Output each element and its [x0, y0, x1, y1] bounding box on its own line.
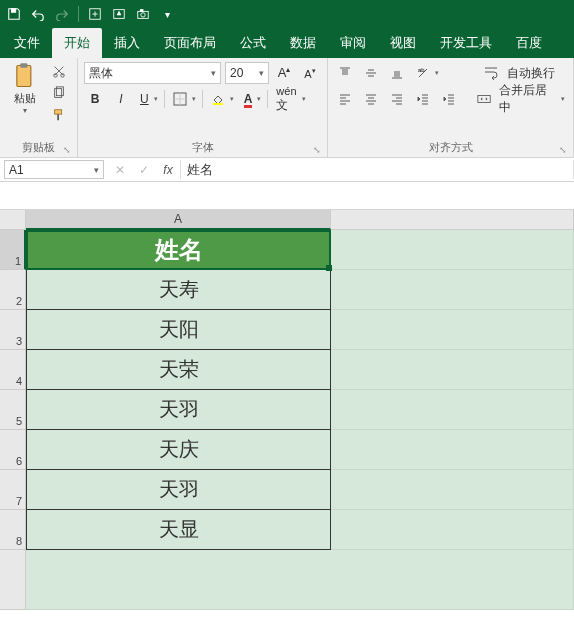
separator [164, 90, 165, 108]
merge-center-button[interactable]: 合并后居中 ▾ [470, 88, 567, 110]
empty-cell[interactable] [331, 430, 574, 470]
row-header-3[interactable]: 3 [0, 310, 26, 350]
svg-rect-8 [20, 63, 27, 68]
table-cell[interactable]: 天羽 [26, 470, 331, 510]
column-headers-rest[interactable] [331, 210, 574, 230]
tab-data[interactable]: 数据 [278, 28, 328, 58]
align-center-button[interactable] [360, 88, 382, 110]
align-top-button[interactable] [334, 62, 356, 84]
ribbon: 粘贴 ▾ 剪贴板⤡ 黑体▾ 20▾ A▴ A▾ B I U▾ [0, 58, 574, 158]
row-header-blank[interactable] [0, 550, 26, 610]
select-all-corner[interactable] [0, 210, 26, 230]
enter-formula-button[interactable]: ✓ [132, 158, 156, 181]
row-header-2[interactable]: 2 [0, 270, 26, 310]
table-cell[interactable]: 天庆 [26, 430, 331, 470]
table-cell[interactable]: 天阳 [26, 310, 331, 350]
chevron-down-icon: ▾ [211, 68, 216, 78]
decrease-indent-button[interactable] [412, 88, 434, 110]
chevron-down-icon: ▾ [259, 68, 264, 78]
qat-icon-1[interactable] [87, 6, 103, 22]
font-color-button[interactable]: A▾ [240, 88, 264, 110]
tab-formulas[interactable]: 公式 [228, 28, 278, 58]
italic-button[interactable]: I [110, 88, 132, 110]
undo-icon[interactable] [30, 6, 46, 22]
tab-review[interactable]: 审阅 [328, 28, 378, 58]
qat-separator [78, 6, 79, 22]
font-size-combo[interactable]: 20▾ [225, 62, 269, 84]
tab-baidu[interactable]: 百度 [504, 28, 554, 58]
phonetic-button[interactable]: wén文▾ [272, 88, 307, 110]
align-middle-button[interactable] [360, 62, 382, 84]
svg-rect-6 [140, 10, 143, 12]
borders-button[interactable]: ▾ [169, 88, 198, 110]
chevron-down-icon: ▾ [94, 165, 99, 175]
cancel-formula-button[interactable]: ✕ [108, 158, 132, 181]
empty-cell[interactable] [331, 470, 574, 510]
save-icon[interactable] [6, 6, 22, 22]
row-header-8[interactable]: 8 [0, 510, 26, 550]
align-group-label: 对齐方式⤡ [334, 138, 567, 155]
empty-cell[interactable] [331, 270, 574, 310]
qat-customize-icon[interactable]: ▾ [159, 6, 175, 22]
table-cell[interactable]: 天羽 [26, 390, 331, 430]
fill-color-button[interactable]: ▾ [207, 88, 236, 110]
svg-rect-0 [11, 9, 15, 13]
camera-icon[interactable] [135, 6, 151, 22]
empty-cell[interactable] [331, 390, 574, 430]
bold-button[interactable]: B [84, 88, 106, 110]
row-header-1[interactable]: 1 [0, 230, 26, 270]
table-cell[interactable]: 天荣 [26, 350, 331, 390]
svg-rect-17 [478, 95, 490, 102]
increase-font-button[interactable]: A▴ [273, 62, 295, 84]
increase-indent-button[interactable] [438, 88, 460, 110]
align-left-button[interactable] [334, 88, 356, 110]
empty-cell[interactable] [331, 510, 574, 550]
align-bottom-button[interactable] [386, 62, 408, 84]
table-cell[interactable]: 天寿 [26, 270, 331, 310]
row-header-4[interactable]: 4 [0, 350, 26, 390]
empty-area[interactable] [26, 550, 574, 610]
ribbon-tabs: 文件 开始 插入 页面布局 公式 数据 审阅 视图 开发工具 百度 [0, 28, 574, 58]
group-font: 黑体▾ 20▾ A▴ A▾ B I U▾ ▾ ▾ A▾ wén文▾ 字体⤡ [78, 58, 328, 157]
row-header-6[interactable]: 6 [0, 430, 26, 470]
decrease-font-button[interactable]: A▾ [299, 62, 321, 84]
name-box[interactable]: A1▾ [4, 160, 104, 179]
tab-developer[interactable]: 开发工具 [428, 28, 504, 58]
fx-button[interactable]: fx [156, 158, 180, 181]
font-launcher[interactable]: ⤡ [313, 145, 321, 155]
align-launcher[interactable]: ⤡ [559, 145, 567, 155]
svg-rect-13 [55, 110, 62, 114]
empty-cell[interactable] [331, 350, 574, 390]
wrap-text-button[interactable]: 自动换行 [470, 62, 567, 84]
group-alignment: ab▾ 自动换行 合并后居中 ▾ [328, 58, 574, 157]
paste-button[interactable]: 粘贴 ▾ [6, 62, 43, 115]
chevron-down-icon: ▾ [23, 106, 27, 115]
worksheet-grid[interactable]: A 1姓名2天寿3天阳4天荣5天羽6天庆7天羽8天显 [0, 210, 574, 610]
clipboard-launcher[interactable]: ⤡ [63, 145, 71, 155]
table-header-cell[interactable]: 姓名 [26, 230, 331, 270]
redo-icon[interactable] [54, 6, 70, 22]
font-name-combo[interactable]: 黑体▾ [84, 62, 221, 84]
copy-button[interactable] [47, 84, 71, 102]
underline-button[interactable]: U▾ [136, 88, 160, 110]
formula-bar: A1▾ ✕ ✓ fx 姓名 [0, 158, 574, 182]
align-right-button[interactable] [386, 88, 408, 110]
orientation-button[interactable]: ab▾ [412, 62, 441, 84]
empty-cell[interactable] [331, 230, 574, 270]
tab-file[interactable]: 文件 [2, 28, 52, 58]
row-header-7[interactable]: 7 [0, 470, 26, 510]
tab-insert[interactable]: 插入 [102, 28, 152, 58]
paste-icon [11, 62, 39, 90]
tab-view[interactable]: 视图 [378, 28, 428, 58]
formula-input[interactable]: 姓名 [180, 160, 574, 179]
column-header-A[interactable]: A [26, 210, 331, 230]
tab-page-layout[interactable]: 页面布局 [152, 28, 228, 58]
format-painter-button[interactable] [47, 106, 71, 124]
row-header-5[interactable]: 5 [0, 390, 26, 430]
svg-point-5 [141, 13, 145, 17]
qat-icon-2[interactable] [111, 6, 127, 22]
empty-cell[interactable] [331, 310, 574, 350]
cut-button[interactable] [47, 62, 71, 80]
table-cell[interactable]: 天显 [26, 510, 331, 550]
tab-home[interactable]: 开始 [52, 28, 102, 58]
